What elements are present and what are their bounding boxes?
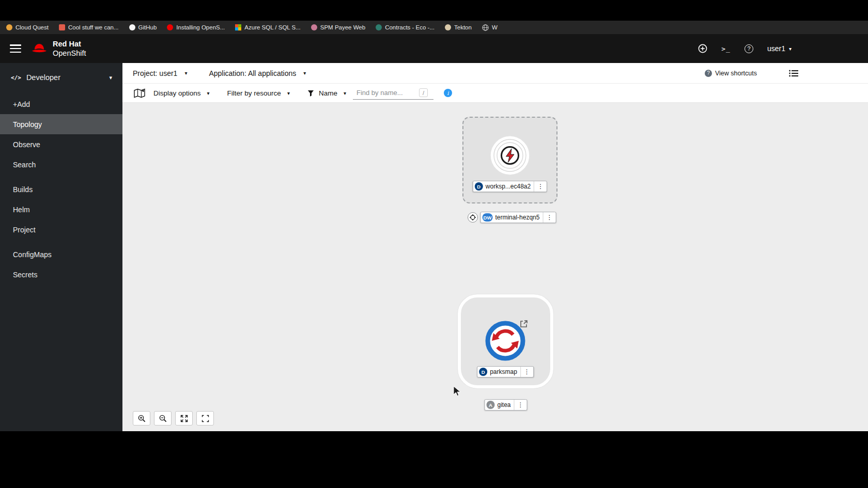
name-filter-label: Name (319, 89, 337, 97)
kebab-menu-icon[interactable]: ⋮ (534, 181, 547, 192)
mouse-cursor (453, 386, 461, 399)
node-label-text: worksp...ec48a2 (486, 183, 534, 190)
openshift-icon (167, 24, 173, 30)
display-options-label: Display options (153, 89, 201, 97)
find-by-name-field: / (353, 86, 433, 100)
sidebar-item-add[interactable]: +Add (0, 94, 122, 114)
perspective-switcher[interactable]: </> Developer ▾ (0, 63, 122, 91)
sidebar-item-project[interactable]: Project (0, 219, 122, 240)
github-icon (129, 24, 135, 30)
filter-by-resource-label: Filter by resource (227, 89, 281, 97)
chevron-down-icon: ▾ (184, 70, 187, 76)
chevron-down-icon: ▾ (344, 90, 346, 96)
display-options-dropdown[interactable]: Display options ▾ (153, 89, 210, 97)
globe-icon (482, 24, 489, 31)
slash-shortcut-hint: / (419, 88, 428, 97)
info-icon[interactable]: i (444, 89, 452, 97)
bookmark-favicon (376, 24, 382, 30)
username: user1 (767, 44, 785, 53)
bookmark-favicon (311, 24, 317, 30)
bookmark-label: Tekton (454, 24, 472, 30)
external-link-icon[interactable] (520, 320, 528, 328)
bookmark-label: Cool stuff we can... (68, 24, 119, 30)
topology-canvas[interactable]: D worksp...ec48a2 ⋮ DW terminal-hezqn5 ⋮ (122, 103, 868, 431)
microsoft-icon (235, 24, 241, 30)
filter-funnel-icon (307, 90, 314, 97)
nav-group: Builds Helm Project (0, 179, 122, 240)
sidebar-item-observe[interactable]: Observe (0, 134, 122, 154)
user-menu[interactable]: user1 ▾ (767, 44, 792, 53)
chevron-down-icon: ▾ (207, 90, 210, 96)
nav-group: ConfigMaps Secrets (0, 244, 122, 285)
tekton-icon (445, 24, 451, 30)
filter-by-resource-dropdown[interactable]: Filter by resource ▾ (227, 89, 290, 97)
brand-line2: OpenShift (53, 49, 86, 57)
bookmark-installing-openshift[interactable]: Installing OpenS... (167, 24, 225, 30)
quick-create-plus-icon[interactable] (698, 44, 707, 53)
workspace-flash-icon[interactable] (489, 135, 531, 176)
application-dropdown-label: Application: All applications (209, 69, 296, 77)
kebab-menu-icon[interactable]: ⋮ (520, 367, 533, 377)
chevron-down-icon: ▾ (303, 70, 306, 76)
find-by-name-input[interactable] (353, 89, 419, 97)
bookmark-label: Azure SQL / SQL S... (244, 24, 300, 30)
chevron-down-icon: ▾ (789, 46, 792, 52)
bookmark-spm-payee[interactable]: SPM Payee Web (311, 24, 365, 30)
bookmark-label: Contracts - Eco -... (385, 24, 435, 30)
application-dropdown[interactable]: Application: All applications ▾ (209, 69, 306, 77)
sidebar-item-configmaps[interactable]: ConfigMaps (0, 244, 122, 264)
canvas-controls (133, 411, 214, 426)
sidebar-item-helm[interactable]: Helm (0, 199, 122, 219)
terminal-node-label[interactable]: DW terminal-hezqn5 ⋮ (481, 212, 556, 223)
brand-logo: Red Hat OpenShift (30, 39, 86, 58)
topology-view-icon[interactable] (133, 88, 146, 98)
bookmark-label: SPM Payee Web (320, 24, 365, 30)
fit-to-screen-button[interactable] (175, 411, 193, 426)
zoom-out-button[interactable] (154, 411, 172, 426)
main-content: Project: user1 ▾ Application: All applic… (122, 63, 868, 431)
node-label-text: terminal-hezqn5 (495, 214, 542, 221)
sidebar-item-topology[interactable]: Topology (0, 114, 122, 134)
parksmap-node-label[interactable]: D parksmap ⋮ (477, 366, 534, 377)
bookmark-favicon (6, 24, 12, 30)
kebab-menu-icon[interactable]: ⋮ (514, 400, 527, 410)
brand-line1: Red Hat (53, 39, 86, 49)
fullscreen-button[interactable] (196, 411, 214, 426)
name-filter-dropdown[interactable]: Name ▾ (319, 89, 346, 97)
bookmark-azure-sql[interactable]: Azure SQL / SQL S... (235, 24, 300, 30)
deployment-badge: D (475, 182, 483, 191)
terminal-node-decorator-icon[interactable] (468, 212, 478, 223)
bookmark-favicon (59, 24, 65, 30)
bookmark-label: W (492, 24, 498, 30)
nav-toggle-icon[interactable] (10, 44, 21, 53)
screen: Cloud Quest Cool stuff we can... GitHub … (0, 0, 868, 488)
code-icon: </> (11, 74, 21, 81)
chevron-down-icon: ▾ (287, 90, 290, 96)
bookmark-w[interactable]: W (482, 24, 498, 31)
list-view-toggle-icon[interactable] (789, 70, 798, 77)
sidebar-item-search[interactable]: Search (0, 154, 122, 175)
node-label-text: gitea (497, 401, 514, 408)
bookmark-cloud-quest[interactable]: Cloud Quest (6, 24, 49, 30)
bookmark-cool-stuff[interactable]: Cool stuff we can... (59, 24, 119, 30)
sidebar-item-builds[interactable]: Builds (0, 179, 122, 199)
topology-toolbar: Display options ▾ Filter by resource ▾ N… (122, 84, 868, 103)
bookmark-github[interactable]: GitHub (129, 24, 157, 30)
project-dropdown-label: Project: user1 (133, 69, 177, 77)
view-shortcuts-button[interactable]: ? View shortcuts (705, 70, 757, 77)
help-icon[interactable]: ? (745, 44, 753, 53)
question-circle-icon: ? (705, 70, 712, 77)
application-badge: A (486, 401, 494, 409)
gitea-group-label[interactable]: A gitea ⋮ (484, 399, 527, 411)
bookmark-contracts[interactable]: Contracts - Eco -... (376, 24, 435, 30)
view-shortcuts-label: View shortcuts (715, 70, 757, 77)
web-terminal-icon[interactable]: >_ (721, 45, 731, 53)
workspace-node-label[interactable]: D worksp...ec48a2 ⋮ (473, 181, 547, 192)
project-dropdown[interactable]: Project: user1 ▾ (133, 69, 187, 77)
zoom-in-button[interactable] (133, 411, 150, 426)
kebab-menu-icon[interactable]: ⋮ (542, 212, 555, 223)
sidebar-item-secrets[interactable]: Secrets (0, 264, 122, 285)
context-bar: Project: user1 ▾ Application: All applic… (122, 63, 868, 84)
bookmark-tekton[interactable]: Tekton (445, 24, 472, 30)
masthead: Red Hat OpenShift >_ ? user1 ▾ (0, 34, 868, 63)
